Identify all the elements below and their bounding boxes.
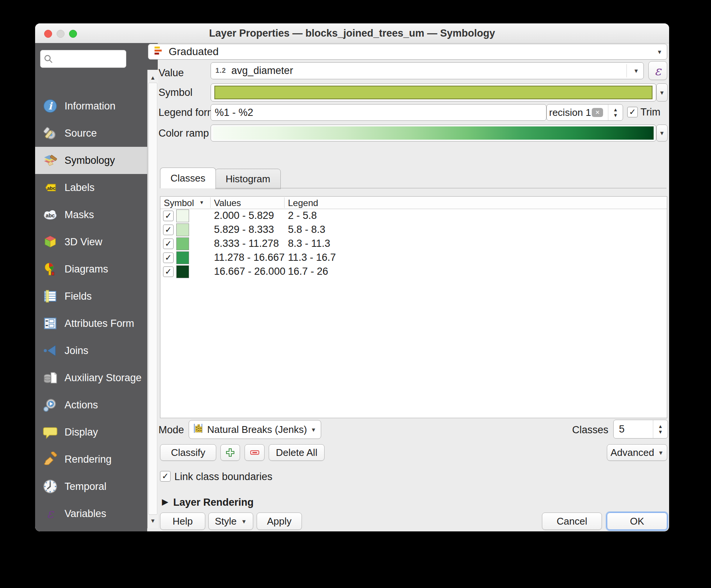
symbol-dropdown-button[interactable]: ▼ (656, 83, 668, 102)
tab-classes-label: Classes (171, 172, 205, 184)
remove-class-button[interactable] (245, 444, 265, 461)
class-visibility-checkbox[interactable]: ✓ (163, 211, 174, 221)
collapsed-arrow-icon[interactable]: ▶ (162, 497, 168, 507)
sidebar-item-temporal[interactable]: Temporal (35, 473, 147, 500)
sidebar-item-metadata[interactable]: Metadata (35, 527, 147, 531)
sidebar-item-label: Actions (65, 399, 98, 411)
tab-histogram[interactable]: Histogram (215, 169, 281, 189)
table-row[interactable]: ✓ 2.000 - 5.829 2 - 5.8 (160, 209, 667, 223)
symbol-preview-button[interactable] (211, 83, 656, 102)
svg-text:abc: abc (47, 185, 55, 191)
class-color-swatch[interactable] (176, 223, 189, 236)
minus-icon (250, 448, 260, 457)
3d-view-icon (42, 234, 58, 250)
class-color-swatch[interactable] (176, 237, 189, 250)
sidebar-item-variables[interactable]: ε Variables (35, 500, 147, 527)
link-class-boundaries-checkbox[interactable]: ✓ (160, 471, 171, 482)
class-visibility-checkbox[interactable]: ✓ (163, 239, 174, 249)
value-field-select[interactable]: 1.2 avg_diameter ▼ (211, 62, 644, 79)
class-values: 11.278 - 16.667 (214, 252, 285, 263)
chevron-down-icon: ▼ (659, 89, 665, 96)
spin-down-icon[interactable]: ▼ (613, 113, 618, 118)
column-header-legend[interactable]: Legend (288, 198, 318, 208)
class-color-swatch[interactable] (176, 265, 189, 278)
color-ramp-button[interactable] (211, 125, 656, 142)
apply-button[interactable]: Apply (257, 513, 302, 530)
precision-spinner[interactable]: recision 1 ✕ ▲ ▼ (546, 104, 623, 121)
delete-all-button[interactable]: Delete All (269, 444, 325, 461)
scroll-up-arrow-icon[interactable]: ▲ (148, 74, 158, 81)
class-visibility-checkbox[interactable]: ✓ (163, 266, 174, 277)
sidebar-item-label: Attributes Form (65, 318, 134, 329)
spin-up-icon[interactable]: ▲ (613, 107, 618, 112)
cancel-button[interactable]: Cancel (542, 513, 602, 530)
class-legend: 2 - 5.8 (288, 210, 317, 222)
sidebar-item-attributes-form[interactable]: Attributes Form (35, 310, 147, 337)
sidebar-search-input[interactable] (40, 50, 126, 68)
layer-rendering-header[interactable]: Layer Rendering (173, 497, 254, 508)
layer-properties-window: Layer Properties — blocks_joined_trees_u… (35, 23, 669, 531)
table-row[interactable]: ✓ 8.333 - 11.278 8.3 - 11.3 (160, 237, 667, 251)
column-header-values[interactable]: Values (214, 198, 241, 208)
classes-count-spinner[interactable]: 5 ▲ ▼ (613, 420, 668, 439)
sidebar-item-symbology[interactable]: Symbology (35, 147, 147, 174)
style-button[interactable]: Style ▼ (208, 513, 253, 530)
precision-spin-arrows[interactable]: ▲ ▼ (608, 105, 623, 120)
class-visibility-checkbox[interactable]: ✓ (163, 252, 174, 263)
table-row[interactable]: ✓ 5.829 - 8.333 5.8 - 8.3 (160, 223, 667, 237)
clear-icon[interactable]: ✕ (592, 108, 603, 117)
title-bar: Layer Properties — blocks_joined_trees_u… (35, 23, 669, 43)
ok-button-label: OK (630, 516, 644, 527)
sidebar-scrollbar[interactable]: ▲ ▼ (147, 70, 158, 528)
check-icon: ✓ (165, 225, 172, 235)
sidebar-item-actions[interactable]: Actions (35, 391, 147, 419)
advanced-button[interactable]: Advanced ▼ (607, 444, 667, 461)
sidebar-item-3d-view[interactable]: 3D View (35, 228, 147, 256)
cancel-button-label: Cancel (557, 516, 587, 527)
sidebar-item-label: 3D View (65, 236, 102, 248)
sidebar-item-fields[interactable]: Fields (35, 283, 147, 310)
class-visibility-checkbox[interactable]: ✓ (163, 225, 174, 235)
sidebar-item-information[interactable]: i Information (35, 92, 147, 120)
sort-indicator-icon: ▼ (199, 200, 204, 205)
spin-down-icon[interactable]: ▼ (658, 429, 663, 434)
sidebar-item-diagrams[interactable]: Diagrams (35, 256, 147, 283)
table-row[interactable]: ✓ 11.278 - 16.667 11.3 - 16.7 (160, 251, 667, 265)
natural-breaks-icon (193, 423, 203, 436)
sidebar-item-display[interactable]: Display (35, 419, 147, 446)
sidebar-item-auxiliary-storage[interactable]: Auxiliary Storage (35, 364, 147, 391)
renderer-type-select[interactable]: Graduated ▼ (148, 44, 667, 60)
screenshot-stage: Layer Properties — blocks_joined_trees_u… (0, 0, 711, 588)
class-color-swatch[interactable] (176, 209, 189, 222)
class-values: 8.333 - 11.278 (214, 238, 279, 249)
sidebar-item-masks[interactable]: abc Masks (35, 201, 147, 228)
color-ramp-dropdown-button[interactable]: ▼ (656, 125, 668, 142)
mode-select[interactable]: Natural Breaks (Jenks) ▼ (189, 420, 321, 439)
classify-button[interactable]: Classify (160, 444, 216, 461)
scroll-down-arrow-icon[interactable]: ▼ (148, 517, 158, 524)
spin-up-icon[interactable]: ▲ (658, 424, 663, 429)
class-legend: 16.7 - 26 (288, 266, 328, 277)
legend-format-input[interactable]: %1 - %2 (211, 104, 546, 121)
search-icon (43, 54, 53, 64)
sidebar-item-rendering[interactable]: Rendering (35, 446, 147, 473)
table-row[interactable]: ✓ 16.667 - 26.000 16.7 - 26 (160, 265, 667, 279)
scrollbar-thumb[interactable] (148, 83, 157, 515)
help-button[interactable]: Help (160, 513, 205, 530)
trim-checkbox[interactable]: ✓ (627, 107, 638, 117)
mode-label: Mode (159, 424, 184, 436)
classes-spin-arrows[interactable]: ▲ ▼ (653, 420, 668, 438)
class-color-swatch[interactable] (176, 251, 189, 264)
graduated-icon (153, 45, 163, 58)
sidebar-item-source[interactable]: Source (35, 120, 147, 147)
tab-classes[interactable]: Classes (160, 168, 216, 188)
ok-button[interactable]: OK (607, 513, 667, 530)
add-class-button[interactable] (220, 444, 240, 461)
column-header-symbol[interactable]: Symbol (164, 198, 194, 208)
plus-icon (225, 448, 235, 457)
sidebar-item-labels[interactable]: abc Labels (35, 174, 147, 201)
epsilon-icon: ε (654, 63, 661, 78)
expression-builder-button[interactable]: ε (648, 61, 667, 80)
sidebar-item-joins[interactable]: Joins (35, 337, 147, 364)
info-icon: i (42, 98, 58, 114)
